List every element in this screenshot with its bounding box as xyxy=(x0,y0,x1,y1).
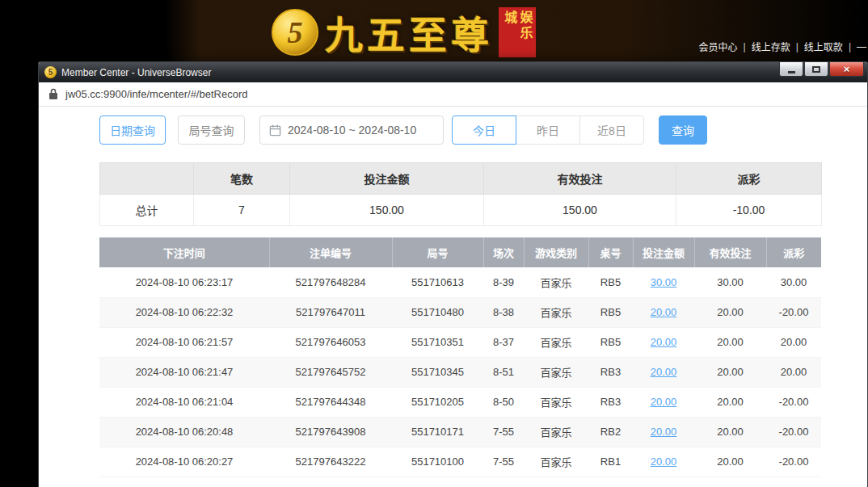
today-tab[interactable]: 今日 xyxy=(452,115,516,145)
bet-record-row: 2024-08-10 06:21:57 521797646053 5517103… xyxy=(99,327,821,357)
valid-bet-cell: 20.00 xyxy=(694,327,766,357)
bet-record-row: 2024-08-10 06:20:48 521797643908 5517101… xyxy=(99,417,821,447)
header-valid-bet: 有效投注 xyxy=(694,237,766,267)
bet-table-header-row: 下注时间 注单编号 局号 场次 游戏类别 桌号 投注金额 有效投注 派彩 xyxy=(99,237,821,267)
header-bet-amount: 投注金额 xyxy=(633,237,694,267)
bet-amount-cell: 20.00 xyxy=(633,327,694,357)
payout-cell: -20.00 xyxy=(766,387,821,417)
bet-record-row: 2024-08-10 06:20:27 521797643222 5517101… xyxy=(99,447,821,477)
window-controls: × xyxy=(779,62,867,77)
bet-record-row: 2024-08-10 06:21:04 521797644348 5517102… xyxy=(99,387,821,417)
site-header: 5 九五至尊 娱乐城 会员中心 | 线上存款 | 线上取款 | — xyxy=(0,0,868,61)
bet-amount-link[interactable]: 20.00 xyxy=(651,396,677,408)
bet-amount-link[interactable]: 20.00 xyxy=(651,336,677,348)
bet-amount-link[interactable]: 20.00 xyxy=(651,426,677,438)
nav-online-withdraw[interactable]: 线上取款 xyxy=(804,40,843,53)
nav-separator: | xyxy=(849,41,851,52)
bet-amount-cell: 20.00 xyxy=(633,357,694,387)
top-nav: 会员中心 | 线上存款 | 线上取款 | — xyxy=(699,40,866,53)
summary-bet-amount: 150.00 xyxy=(290,195,484,226)
bet-amount-link[interactable]: 20.00 xyxy=(651,306,677,318)
bet-id-cell: 521797645752 xyxy=(269,357,392,387)
search-button[interactable]: 查询 xyxy=(659,115,707,145)
bet-amount-cell: 20.00 xyxy=(633,297,694,327)
bet-time-cell: 2024-08-10 06:21:04 xyxy=(99,387,269,417)
round-cell: 551710345 xyxy=(392,357,483,387)
payout-cell: -20.00 xyxy=(766,447,821,477)
round-cell: 551710100 xyxy=(392,447,483,477)
minimize-button[interactable] xyxy=(779,62,803,77)
summary-table: 笔数 投注金额 有效投注 派彩 总计 7 150.00 150.00 -10.0… xyxy=(99,162,822,226)
valid-bet-cell: 20.00 xyxy=(694,297,766,327)
table-no-cell: RB5 xyxy=(588,267,633,297)
session-cell: 8-51 xyxy=(483,357,524,387)
summary-header-valid-bet: 有效投注 xyxy=(484,163,676,195)
table-no-cell: RB3 xyxy=(588,357,633,387)
bet-time-cell: 2024-08-10 06:21:47 xyxy=(99,357,269,387)
nav-online-deposit[interactable]: 线上存款 xyxy=(752,40,790,53)
browser-favicon-icon: 5 xyxy=(44,66,57,78)
game-type-cell: 百家乐 xyxy=(524,267,588,297)
summary-total-row: 总计 7 150.00 150.00 -10.00 xyxy=(100,195,822,226)
brand-badge: 娱乐城 xyxy=(499,7,536,57)
summary-header-row: 笔数 投注金额 有效投注 派彩 xyxy=(100,163,822,195)
filter-row: 日期查询 局号查询 2024-08-10 ~ 2024-08-10 今日 昨日 … xyxy=(99,115,821,145)
nav-separator: | xyxy=(744,41,746,52)
valid-bet-cell: 20.00 xyxy=(694,387,766,417)
summary-header-blank xyxy=(100,163,194,195)
summary-count: 7 xyxy=(194,195,290,226)
table-no-cell: RB5 xyxy=(588,297,633,327)
header-table-no: 桌号 xyxy=(588,237,633,267)
game-type-cell: 百家乐 xyxy=(524,387,588,417)
bet-amount-link[interactable]: 20.00 xyxy=(651,366,677,378)
payout-cell: -20.00 xyxy=(766,417,821,447)
bet-id-cell: 521797643908 xyxy=(269,417,392,447)
nav-truncated-item[interactable]: — xyxy=(857,41,866,52)
last-8-days-tab[interactable]: 近8日 xyxy=(579,115,644,145)
bet-amount-link[interactable]: 30.00 xyxy=(651,276,677,288)
window-titlebar: 5 Member Center - UniverseBrowser × xyxy=(39,62,867,82)
round-cell: 551710480 xyxy=(392,297,483,327)
header-bet-id: 注单编号 xyxy=(269,237,392,267)
session-cell: 8-39 xyxy=(483,267,524,297)
bet-id-cell: 521797643222 xyxy=(269,447,392,477)
bet-amount-cell: 20.00 xyxy=(633,447,694,477)
game-type-cell: 百家乐 xyxy=(524,447,588,477)
brand-coin-icon: 5 xyxy=(272,9,318,56)
maximize-icon xyxy=(812,66,820,73)
date-range-input[interactable]: 2024-08-10 ~ 2024-08-10 xyxy=(259,115,444,145)
bet-amount-link[interactable]: 20.00 xyxy=(651,456,677,468)
header-payout: 派彩 xyxy=(766,237,821,267)
summary-payout: -10.00 xyxy=(676,195,822,226)
close-button[interactable]: × xyxy=(829,62,864,77)
session-cell: 8-50 xyxy=(483,387,524,417)
summary-total-label: 总计 xyxy=(100,195,194,226)
calendar-icon xyxy=(269,124,281,136)
bet-time-cell: 2024-08-10 06:22:32 xyxy=(99,297,269,327)
url-text: jw05.cc:9900/infe/mcenter/#/betRecord xyxy=(65,88,247,100)
summary-header-count: 笔数 xyxy=(194,163,290,195)
maximize-button[interactable] xyxy=(804,62,828,77)
session-cell: 8-38 xyxy=(483,297,524,327)
minimize-icon xyxy=(788,71,795,73)
date-range-value: 2024-08-10 ~ 2024-08-10 xyxy=(288,124,416,136)
bet-record-row: 2024-08-10 06:23:17 521797648284 5517106… xyxy=(99,267,821,297)
bet-time-cell: 2024-08-10 06:23:17 xyxy=(99,267,269,297)
round-cell: 551710613 xyxy=(392,267,483,297)
game-type-cell: 百家乐 xyxy=(524,327,588,357)
bet-id-cell: 521797644348 xyxy=(269,387,392,417)
yesterday-tab[interactable]: 昨日 xyxy=(516,115,580,145)
address-bar[interactable]: jw05.cc:9900/infe/mcenter/#/betRecord xyxy=(39,82,867,107)
date-shortcut-group: 今日 昨日 近8日 xyxy=(452,115,644,145)
session-cell: 8-37 xyxy=(483,327,524,357)
nav-member-center[interactable]: 会员中心 xyxy=(699,40,738,53)
payout-cell: 20.00 xyxy=(766,357,821,387)
round-query-button[interactable]: 局号查询 xyxy=(178,115,245,145)
date-query-button[interactable]: 日期查询 xyxy=(99,115,166,145)
bet-record-row: 2024-08-10 06:22:32 521797647011 5517104… xyxy=(99,297,821,327)
session-cell: 7-55 xyxy=(483,417,524,447)
game-type-cell: 百家乐 xyxy=(524,357,588,387)
bet-amount-cell: 30.00 xyxy=(633,267,694,297)
round-cell: 551710205 xyxy=(392,387,483,417)
header-session: 场次 xyxy=(483,237,524,267)
